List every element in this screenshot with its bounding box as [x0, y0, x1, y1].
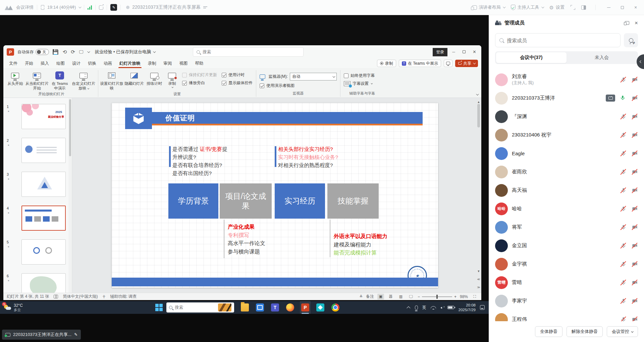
qat-more-icon[interactable] — [88, 50, 90, 53]
mic-muted-icon[interactable] — [620, 187, 627, 194]
always-use-subtitles-checkbox[interactable]: 始终使用字幕 — [344, 73, 381, 78]
mic-muted-icon[interactable] — [620, 261, 627, 268]
open-external-icon[interactable] — [99, 5, 103, 10]
mic-active-icon[interactable] — [620, 95, 627, 102]
undo-icon[interactable]: ⟲ — [63, 49, 67, 55]
present-in-teams-button[interactable]: T 在 Teams 中展示 — [399, 60, 441, 67]
close-panel-icon[interactable]: × — [635, 20, 638, 26]
ribbon-tab[interactable]: 切换 — [84, 59, 100, 68]
member-row[interactable]: 李家宇 — [489, 292, 644, 310]
camera-off-icon[interactable] — [631, 224, 638, 231]
share-button[interactable]: 共享 — [455, 60, 478, 67]
camera-off-icon[interactable] — [631, 169, 638, 175]
show-media-controls-checkbox[interactable]: 显示媒体控件 — [222, 80, 253, 86]
taskbar-search-box[interactable] — [166, 302, 234, 312]
camera-off-icon[interactable] — [631, 261, 638, 268]
rehearse-timings-button[interactable]: 排练计时 — [145, 69, 164, 86]
camera-off-icon[interactable] — [631, 242, 638, 249]
window-close-button[interactable]: × — [632, 5, 639, 10]
taskbar-search-input[interactable] — [175, 305, 212, 310]
subtitle-settings-button[interactable]: 字幕设置 — [344, 81, 381, 87]
window-minimize-button[interactable]: ─ — [605, 5, 612, 10]
camera-off-icon[interactable] — [631, 316, 638, 322]
member-row[interactable]: 王程伟 — [489, 310, 644, 321]
window-maximize-button[interactable] — [619, 5, 626, 10]
chrome-icon[interactable] — [330, 301, 341, 314]
autosave-switch[interactable]: 关 — [36, 49, 49, 55]
member-row[interactable]: 将军 — [489, 218, 644, 236]
wifi-icon[interactable] — [431, 305, 436, 309]
reading-view-icon[interactable]: ▥ — [397, 294, 404, 300]
custom-slideshow-button[interactable]: 自定义幻灯片放映 — [70, 69, 97, 91]
photos-icon[interactable] — [315, 301, 326, 314]
menu-list-icon[interactable] — [203, 6, 207, 8]
spellcheck-icon[interactable] — [54, 295, 58, 298]
mic-muted-icon[interactable] — [620, 150, 627, 157]
slide-canvas[interactable]: 价值证明 是否需通过 证书/竞赛提升辨识度? 是否有联合培养经历? 是否有出国经… — [112, 103, 438, 288]
normal-view-icon[interactable]: ▣ — [377, 294, 384, 300]
network-signal-icon[interactable] — [88, 5, 92, 10]
slide-sorter-view-icon[interactable]: 器 — [387, 294, 394, 300]
camera-off-icon[interactable] — [631, 150, 638, 157]
search-highlight-image[interactable] — [218, 303, 231, 311]
ribbon-tab[interactable]: 帮助 — [192, 59, 207, 68]
tab-in-meeting[interactable]: 会议中(37) — [496, 52, 567, 63]
popout-panel-icon[interactable] — [625, 21, 629, 25]
checkbox-checked-icon[interactable] — [222, 73, 226, 77]
ribbon-tab[interactable]: 文件 — [5, 59, 21, 68]
camera-off-icon[interactable] — [631, 187, 638, 194]
member-row[interactable]: 崔雨欣 — [489, 163, 644, 181]
mic-muted-icon[interactable] — [620, 316, 627, 322]
monitor-dropdown[interactable]: 自动 — [290, 73, 337, 80]
fullscreen-icon[interactable] — [571, 5, 575, 10]
member-row[interactable]: 雷晴 雷晴 — [489, 273, 644, 292]
hide-slide-button[interactable]: 隐藏幻灯片 — [124, 69, 144, 86]
mic-muted-icon[interactable] — [620, 242, 627, 249]
slideshow-icon[interactable]: 🖵 — [79, 49, 84, 55]
checkbox-icon[interactable] — [344, 73, 348, 78]
record-button[interactable]: 录制 — [377, 60, 396, 67]
setup-slideshow-button[interactable]: 设置幻灯片放映 — [100, 69, 124, 91]
meeting-controls-button[interactable]: 会议管控 — [607, 326, 638, 337]
present-in-teams-ribbon-button[interactable]: T 在 Teams 中演示 — [50, 69, 70, 91]
member-row[interactable]: 2303210406 祝宇 — [489, 126, 644, 144]
mic-muted-icon[interactable] — [620, 298, 627, 304]
camera-off-icon[interactable] — [631, 132, 638, 138]
meeting-details[interactable]: 会议详情 — [0, 4, 34, 10]
layout-button[interactable]: 演讲者布局 — [472, 4, 505, 10]
teams-icon[interactable]: T — [270, 301, 280, 314]
zoom-level[interactable]: 98% — [460, 294, 468, 299]
mic-muted-icon[interactable] — [620, 76, 627, 83]
zoom-out-icon[interactable]: − — [418, 294, 420, 299]
save-icon[interactable]: 💾 — [52, 49, 59, 55]
slide-scrollbar[interactable]: ▲ ▼ ≪ ≫ — [477, 99, 481, 291]
checkbox-checked-icon[interactable] — [182, 81, 187, 86]
presenter-view-checkbox[interactable]: 使用演示者视图 — [260, 83, 337, 89]
ppt-minimize-button[interactable]: ─ — [452, 50, 455, 54]
next-slide-icon[interactable]: ≫ — [477, 285, 481, 290]
play-narrations-checkbox[interactable]: 播放旁白 — [182, 80, 217, 86]
weather-widget[interactable]: 5 32°C 多云 — [0, 301, 27, 314]
mic-muted-icon[interactable] — [620, 206, 627, 212]
side-panel-toggle-icon[interactable] — [581, 5, 586, 10]
slideshow-view-icon[interactable]: 🖵 — [408, 294, 414, 300]
redo-icon[interactable]: ⟳ — [71, 49, 75, 55]
zoom-in-icon[interactable]: + — [454, 294, 457, 299]
camera-off-icon[interactable] — [631, 298, 638, 304]
member-row[interactable]: 2203210373王博洋 — [489, 89, 644, 107]
ribbon-tab[interactable]: 幻灯片放映 — [116, 59, 144, 68]
ribbon-tab[interactable]: 开始 — [21, 59, 37, 68]
language-label[interactable]: 简体中文(中国大陆) — [63, 294, 98, 299]
camera-off-icon[interactable] — [631, 113, 638, 120]
mute-all-button[interactable]: 全体静音 — [535, 326, 562, 337]
member-row[interactable]: 哈哈 哈哈 — [489, 199, 644, 218]
camera-off-icon[interactable] — [631, 279, 638, 286]
volume-icon[interactable] — [440, 306, 443, 309]
annotation-pen-icon[interactable]: ✎ — [110, 4, 117, 11]
ribbon-tab[interactable]: 插入 — [37, 59, 53, 68]
zoom-thumb[interactable] — [436, 295, 438, 299]
tray-mic-icon[interactable] — [415, 305, 418, 310]
host-tools-button[interactable]: 主持人工具 — [511, 4, 543, 10]
file-explorer-icon[interactable] — [239, 301, 250, 314]
member-row[interactable]: Eagle — [489, 144, 644, 163]
